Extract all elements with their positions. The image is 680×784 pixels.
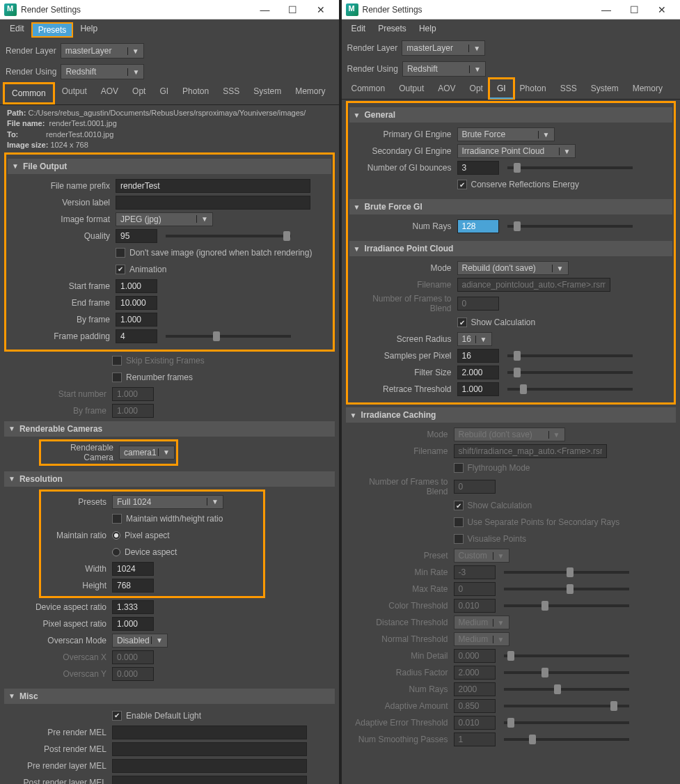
minimize-button[interactable]: — [592,0,620,19]
presets-select[interactable]: Full 1024▼ [112,495,223,509]
filter-size-slider[interactable] [507,371,633,374]
menu-help[interactable]: Help [74,22,103,38]
file-output-header[interactable]: ▼File Output [8,159,331,174]
tab-output[interactable]: Output [55,82,94,104]
version-label-label: Version label [8,198,116,207]
titlebar: Render Settings — ☐ ✕ [0,0,339,19]
render-layer-select[interactable]: masterLayer▼ [61,43,144,58]
tab-opt[interactable]: Opt [125,82,152,104]
version-label-input[interactable] [116,196,310,210]
overscan-mode-select[interactable]: Disabled▼ [112,634,168,648]
minimize-button[interactable]: — [251,0,279,19]
separate-points-checkbox [454,517,464,527]
presets-label: Presets [42,497,112,507]
samples-per-pixel-input[interactable] [457,349,499,363]
tab-photon[interactable]: Photon [513,79,553,99]
skip-existing-checkbox[interactable] [112,356,122,366]
enable-default-light-checkbox[interactable] [112,711,122,721]
maximize-button[interactable]: ☐ [279,0,307,19]
samples-per-pixel-slider[interactable] [507,354,633,357]
renderable-camera-select[interactable]: camera1▼ [119,446,175,460]
menu-presets[interactable]: Presets [31,22,74,38]
pixel-aspect-ratio-input[interactable] [112,617,154,631]
menu-help[interactable]: Help [413,22,442,35]
ipc-mode-select[interactable]: Rebuild (don't save)▼ [457,261,569,275]
overscan-x-input [112,650,154,664]
height-input[interactable] [112,579,154,593]
maintain-ratio-checkbox[interactable] [112,514,122,524]
tab-aov[interactable]: AOV [431,79,462,99]
chevron-down-icon: ▼ [8,692,15,700]
quality-input[interactable] [116,229,157,243]
quality-slider[interactable] [166,235,291,237]
brute-force-header[interactable]: ▼Brute Force GI [349,199,673,214]
ipc-header[interactable]: ▼Irradiance Point Cloud [349,241,673,256]
misc-header[interactable]: ▼Misc [4,689,335,704]
render-layer-label: Render Layer [6,46,56,56]
end-frame-label: End frame [8,298,116,308]
tab-memory[interactable]: Memory [626,79,670,99]
primary-gi-select[interactable]: Brute Force▼ [457,127,555,141]
ipc-show-calc-checkbox[interactable] [457,317,467,327]
pixel-aspect-radio[interactable] [112,531,120,540]
pre-render-mel-input[interactable] [112,726,307,739]
pre-render-layer-mel-input[interactable] [112,759,307,773]
tab-gi[interactable]: GI [490,79,513,99]
filename-prefix-input[interactable] [116,179,310,193]
retrace-threshold-slider[interactable] [507,388,633,391]
gi-bounces-input[interactable] [457,161,499,175]
general-header[interactable]: ▼General [349,107,673,123]
dont-save-label: Don't save image (ignored when batch ren… [129,248,312,258]
num-rays-input[interactable] [457,219,499,233]
renumber-checkbox[interactable] [112,373,122,382]
post-render-layer-mel-input[interactable] [112,776,307,784]
maximize-button[interactable]: ☐ [620,0,648,19]
frame-padding-input[interactable] [116,329,157,343]
close-button[interactable]: ✕ [648,0,676,19]
tab-sss[interactable]: SSS [553,79,584,99]
tab-opt[interactable]: Opt [463,79,490,99]
width-input[interactable] [112,562,154,576]
section-misc: ▼Misc Enable Default Light Pre render ME… [4,689,335,784]
start-frame-input[interactable] [116,279,157,293]
tab-memory[interactable]: Memory [288,82,332,104]
tab-common[interactable]: Common [345,79,393,99]
render-layer-select[interactable]: masterLayer▼ [402,40,485,56]
tab-photon[interactable]: Photon [175,82,216,104]
retrace-threshold-input[interactable] [457,382,499,396]
render-using-select[interactable]: Redshift▼ [402,61,486,77]
device-aspect-ratio-input[interactable] [112,600,154,614]
by-frame-input[interactable] [116,313,157,327]
close-button[interactable]: ✕ [307,0,335,19]
image-format-label: Image format [8,214,116,224]
ic-header[interactable]: ▼Irradiance Caching [346,407,677,423]
tab-system[interactable]: System [584,79,626,99]
device-aspect-radio[interactable] [112,548,120,556]
animation-checkbox[interactable] [116,265,125,274]
cameras-header[interactable]: ▼Renderable Cameras [4,421,335,437]
tab-output[interactable]: Output [392,79,431,99]
post-render-mel-input[interactable] [112,742,307,756]
tab-system[interactable]: System [246,82,288,104]
tab-gi[interactable]: GI [152,82,175,104]
menu-edit[interactable]: Edit [346,22,372,35]
image-format-select[interactable]: JPEG (jpg)▼ [116,212,213,226]
tab-sss[interactable]: SSS [216,82,246,104]
dont-save-checkbox[interactable] [116,248,125,258]
render-using-select[interactable]: Redshift▼ [61,64,144,79]
distance-threshold-select: Medium▼ [454,616,509,629]
filter-size-input[interactable] [457,366,499,379]
screen-radius-select[interactable]: 16▼ [457,332,492,346]
secondary-gi-select[interactable]: Irradiance Point Cloud▼ [457,144,576,158]
menu-presets[interactable]: Presets [372,22,412,35]
tab-common[interactable]: Common [3,82,55,104]
num-rays-slider[interactable] [507,225,633,228]
resolution-header[interactable]: ▼Resolution [4,471,335,487]
menu-edit[interactable]: Edit [4,22,30,38]
overscan-y-input [112,667,154,681]
conserve-reflections-checkbox[interactable] [457,180,467,189]
end-frame-input[interactable] [116,296,157,310]
frame-padding-slider[interactable] [166,335,291,338]
gi-bounces-slider[interactable] [507,166,633,169]
tab-aov[interactable]: AOV [94,82,125,104]
